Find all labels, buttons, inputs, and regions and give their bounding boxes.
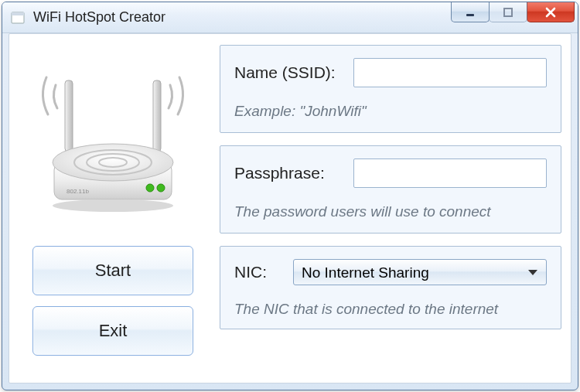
svg-rect-3 xyxy=(504,9,512,16)
nic-select[interactable]: No Internet Sharing xyxy=(293,259,547,285)
start-button[interactable]: Start xyxy=(32,246,193,295)
svg-rect-5 xyxy=(153,80,161,152)
passphrase-group: Passphrase: The password users will use … xyxy=(220,145,561,233)
svg-text:802.11b: 802.11b xyxy=(67,188,89,195)
left-column: 802.11b Start Exit xyxy=(20,45,206,372)
minimize-button[interactable] xyxy=(451,2,490,22)
svg-point-12 xyxy=(157,184,165,192)
nic-group: NIC: No Internet Sharing The NIC that is… xyxy=(220,246,561,329)
svg-point-14 xyxy=(53,199,173,212)
ssid-group: Name (SSID): Example: "JohnWifi" xyxy=(220,45,561,133)
passphrase-input[interactable] xyxy=(353,159,547,188)
close-button[interactable] xyxy=(527,2,575,22)
ssid-hint: Example: "JohnWifi" xyxy=(234,103,547,120)
nic-hint: The NIC that is connected to the interne… xyxy=(234,301,547,318)
ssid-label: Name (SSID): xyxy=(234,63,343,82)
svg-rect-2 xyxy=(466,14,474,16)
window-frame: WiFi HotSpot Creator xyxy=(2,2,578,390)
nic-label: NIC: xyxy=(234,263,267,281)
router-illustration: 802.11b xyxy=(28,53,198,215)
maximize-button xyxy=(489,2,527,22)
titlebar[interactable]: WiFi HotSpot Creator xyxy=(2,2,578,33)
window-controls xyxy=(452,2,575,22)
client-area: 802.11b Start Exit Name (SSID): Example:… xyxy=(9,33,571,383)
exit-button[interactable]: Exit xyxy=(32,306,193,356)
nic-select-wrap: No Internet Sharing xyxy=(293,259,547,285)
window-title: WiFi HotSpot Creator xyxy=(33,9,165,26)
svg-rect-1 xyxy=(12,12,24,15)
svg-rect-4 xyxy=(65,80,73,152)
passphrase-label: Passphrase: xyxy=(234,164,343,182)
right-column: Name (SSID): Example: "JohnWifi" Passphr… xyxy=(220,45,561,372)
svg-point-11 xyxy=(146,184,154,192)
ssid-input[interactable] xyxy=(353,58,547,87)
passphrase-hint: The password users will use to connect xyxy=(234,203,547,220)
app-icon xyxy=(10,11,26,25)
